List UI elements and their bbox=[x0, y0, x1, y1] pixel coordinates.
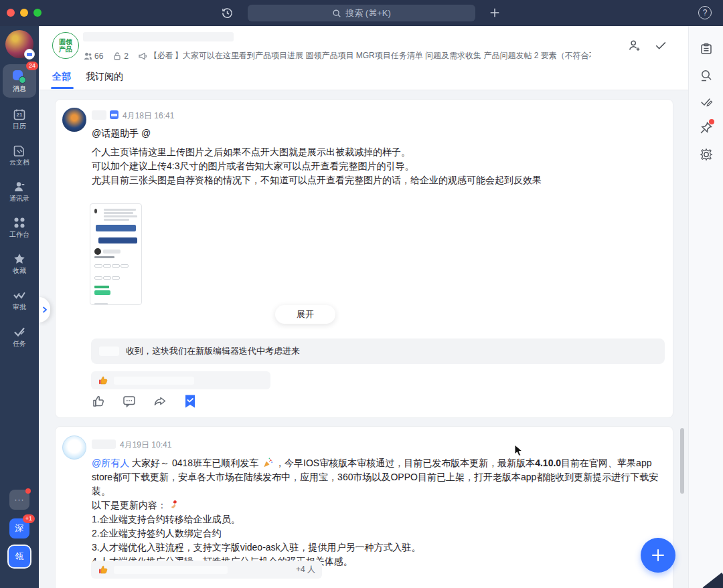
new-topic-fab[interactable] bbox=[641, 538, 675, 573]
group-title-redacted[interactable] bbox=[83, 32, 234, 41]
workbench-icon bbox=[13, 216, 26, 229]
sidebar-item-tasks[interactable]: 任务 bbox=[3, 319, 36, 353]
expand-button[interactable]: 展开 bbox=[275, 305, 335, 324]
subscribed-bookmark-button[interactable] bbox=[183, 394, 198, 409]
app-window: 搜索 (⌘+K) ? 消息 24 21 日历 bbox=[0, 0, 723, 588]
sidebar-item-label: 任务 bbox=[13, 340, 26, 347]
more-dots-icon: ··· bbox=[15, 495, 25, 504]
tasks-icon bbox=[13, 325, 26, 338]
group-logo[interactable]: 圆领 产品 bbox=[52, 32, 79, 59]
reaction-more-count[interactable]: +4 人 bbox=[296, 564, 315, 575]
thumbs-up-emoji bbox=[98, 565, 108, 575]
chat-header: 圆领 产品 66 2 【必看 bbox=[39, 26, 688, 67]
replier-name-redacted bbox=[99, 347, 119, 356]
announcement-post: 】大家可以在这里看到产品项目进展 圆领产品项目 MGR项目任务清单 问题及需求收… bbox=[175, 50, 591, 62]
topic-tabs: 全部 我订阅的 bbox=[39, 67, 688, 90]
sidebar-item-label: 通讯录 bbox=[9, 195, 29, 202]
reactors-redacted bbox=[114, 377, 194, 385]
dock-app-ling-active[interactable]: 瓴 bbox=[7, 545, 31, 569]
message-list[interactable]: 4月18日 16:41 @话题助手 @ 个人主页详情这里上传图片之后如果不点开大… bbox=[39, 90, 688, 588]
share-button[interactable] bbox=[153, 394, 167, 409]
tab-subscribed[interactable]: 我订阅的 bbox=[86, 71, 123, 83]
topic-card: 4月19日 10:41 @所有人 大家好～ 0418班车已顺利发车 ，今早IOS… bbox=[55, 426, 673, 588]
dock-app-label: 深 bbox=[15, 522, 24, 534]
tab-all-label: 全部 bbox=[52, 71, 71, 82]
sender-avatar[interactable] bbox=[62, 108, 86, 132]
messages-icon bbox=[13, 70, 26, 84]
message-body: @所有人 大家好～ 0418班车已顺利发车 ，今早IOS审核版本审核通过，目前已… bbox=[92, 456, 663, 569]
new-tab-button[interactable] bbox=[487, 5, 502, 20]
dock-app-label: 瓴 bbox=[15, 551, 24, 563]
dock-app-shen[interactable]: 深 +1 bbox=[9, 518, 29, 538]
pinned-count[interactable]: 2 bbox=[124, 52, 129, 61]
zoom-window-button[interactable] bbox=[33, 9, 42, 17]
group-announcement-text[interactable]: 【必看 】大家可以在这里看到产品项目进展 圆领产品项目 MGR项目任务清单 问题… bbox=[149, 50, 591, 62]
announcement-pre: 【必看 bbox=[149, 50, 173, 62]
sender-name-redacted bbox=[92, 439, 116, 449]
star-icon bbox=[13, 252, 26, 266]
sidebar-item-label: 审批 bbox=[13, 304, 26, 310]
pin-notification-dot bbox=[709, 119, 714, 124]
sidebar-item-messages[interactable]: 消息 24 bbox=[3, 64, 36, 98]
dock-app-badge: +1 bbox=[23, 514, 35, 523]
reply-bubble[interactable]: 收到，这块我们在新版编辑器迭代中考虑进来 bbox=[91, 338, 665, 364]
message-actions bbox=[91, 394, 198, 409]
reactors-redacted bbox=[114, 566, 228, 574]
sidebar-item-workbench[interactable]: 工作台 bbox=[3, 210, 36, 243]
sidebar-item-approval[interactable]: 审批 bbox=[3, 282, 36, 316]
attached-image-thumbnail[interactable] bbox=[90, 203, 142, 305]
pinned-count-icon bbox=[112, 52, 122, 61]
search-icon bbox=[332, 9, 341, 18]
dock-more-button[interactable]: ··· bbox=[9, 490, 29, 510]
panel-expand-handle[interactable] bbox=[39, 297, 50, 322]
sidebar-item-calendar[interactable]: 21 日历 bbox=[3, 102, 36, 135]
sidebar-item-docs[interactable]: 云文档 bbox=[3, 138, 36, 171]
notification-dot bbox=[25, 488, 31, 494]
right-rail bbox=[688, 26, 723, 588]
settings-gear-icon[interactable] bbox=[699, 147, 714, 162]
thumb-content bbox=[94, 207, 137, 221]
tab-subscribed-label: 我订阅的 bbox=[86, 71, 123, 82]
like-button[interactable] bbox=[91, 394, 106, 409]
mention-link[interactable]: @话题助手 @ bbox=[92, 126, 663, 140]
docs-icon bbox=[13, 144, 26, 157]
pinned-icon[interactable] bbox=[699, 120, 714, 135]
add-member-icon[interactable] bbox=[627, 38, 643, 54]
sender-avatar[interactable] bbox=[62, 435, 86, 460]
chat-main: 圆领 产品 66 2 【必看 bbox=[39, 26, 688, 588]
group-announcement-icon[interactable] bbox=[699, 41, 714, 56]
calendar-day-label: 21 bbox=[13, 112, 26, 118]
sidebar-item-contacts[interactable]: 通讯录 bbox=[3, 174, 36, 207]
member-count[interactable]: 66 bbox=[94, 52, 103, 61]
sidebar-item-label: 日历 bbox=[13, 123, 26, 130]
mention-all-link[interactable]: @所有人 bbox=[92, 458, 129, 468]
message-line: 尤其目前三张头图是自荐资格的情况下，不知道可以点开查看完整图片的话，给企业的观感… bbox=[92, 173, 663, 187]
history-icon[interactable] bbox=[220, 5, 234, 20]
comment-button[interactable] bbox=[122, 394, 137, 409]
group-logo-line2: 产品 bbox=[59, 45, 72, 54]
active-tab-underline bbox=[51, 87, 74, 89]
search-input[interactable]: 搜索 (⌘+K) bbox=[248, 5, 475, 21]
calendar-icon: 21 bbox=[13, 108, 26, 121]
close-window-button[interactable] bbox=[7, 9, 15, 17]
message-timestamp: 4月19日 10:41 bbox=[120, 439, 171, 451]
chevron-right-icon bbox=[42, 306, 48, 313]
minimize-window-button[interactable] bbox=[20, 9, 28, 17]
reaction-pill[interactable] bbox=[91, 371, 270, 389]
help-icon[interactable]: ? bbox=[698, 6, 712, 19]
chat-tasks-icon[interactable] bbox=[699, 94, 714, 109]
sender-name-redacted bbox=[92, 110, 106, 120]
search-in-chat-icon[interactable] bbox=[699, 68, 714, 83]
sidebar-item-favorites[interactable]: 收藏 bbox=[3, 246, 36, 280]
tab-all[interactable]: 全部 bbox=[52, 71, 71, 83]
sidebar-item-label: 消息 bbox=[13, 86, 26, 92]
message-timestamp: 4月18日 16:41 bbox=[123, 110, 174, 122]
party-popper-emoji bbox=[262, 457, 274, 468]
mark-read-check-icon[interactable] bbox=[653, 38, 669, 54]
user-avatar[interactable] bbox=[5, 30, 33, 58]
search-placeholder: 搜索 (⌘+K) bbox=[345, 7, 391, 19]
announcement-icon bbox=[138, 52, 147, 61]
rose-in-hand-emoji bbox=[168, 499, 179, 510]
reaction-pill[interactable]: +4 人 bbox=[91, 561, 322, 579]
scrollbar-thumb[interactable] bbox=[680, 428, 684, 494]
